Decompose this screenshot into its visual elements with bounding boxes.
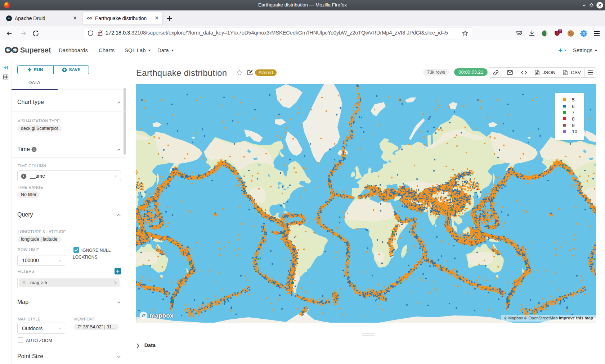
svg-text:2: 2	[559, 29, 561, 33]
